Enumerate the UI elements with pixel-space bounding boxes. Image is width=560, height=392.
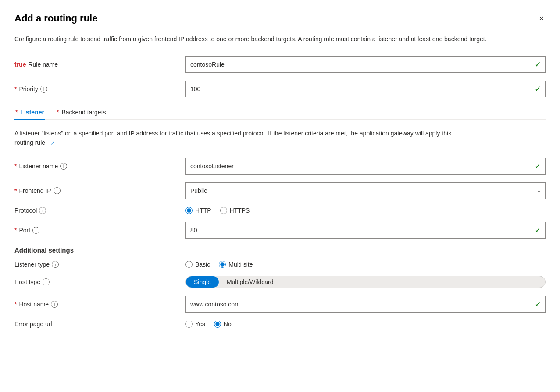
error-page-url-row: Error page url Yes No bbox=[14, 321, 546, 328]
backend-tab-required-star: * bbox=[57, 109, 59, 116]
frontend-ip-row: * Frontend IP i Public Private ⌄ bbox=[14, 182, 546, 199]
listener-type-multisite-radio[interactable] bbox=[219, 261, 226, 268]
protocol-http-radio[interactable] bbox=[185, 207, 193, 214]
host-name-label: * Host name i bbox=[14, 301, 185, 308]
dialog-header: Add a routing rule × bbox=[14, 13, 546, 24]
error-page-url-yes-option[interactable]: Yes bbox=[185, 321, 205, 328]
rule-name-row: true Rule name ✓ bbox=[14, 56, 546, 73]
host-type-single-button[interactable]: Single bbox=[186, 276, 219, 288]
error-page-url-radio-group: Yes No bbox=[185, 321, 546, 328]
listener-tab-required-star: * bbox=[15, 109, 18, 116]
priority-row: * Priority i ✓ bbox=[14, 81, 546, 97]
protocol-options-wrap: HTTP HTTPS bbox=[185, 207, 546, 214]
tab-backend-targets[interactable]: * Backend targets bbox=[56, 105, 107, 119]
error-page-url-no-label: No bbox=[224, 321, 232, 328]
listener-type-label: Listener type i bbox=[14, 261, 185, 268]
frontend-ip-required-star: * bbox=[14, 187, 17, 194]
host-type-toggle-wrap: Single Multiple/Wildcard bbox=[185, 276, 546, 288]
additional-settings-section: Additional settings Listener type i Basi… bbox=[14, 246, 546, 328]
rule-name-check-icon: ✓ bbox=[535, 60, 541, 69]
host-name-input-wrap: ✓ bbox=[185, 296, 546, 313]
tab-description-text: A listener "listens" on a specified port… bbox=[14, 130, 451, 146]
frontend-ip-label-text: Frontend IP bbox=[19, 187, 51, 194]
tab-description: A listener "listens" on a specified port… bbox=[14, 129, 453, 147]
listener-type-multisite-option[interactable]: Multi site bbox=[219, 261, 253, 268]
priority-input-wrap: ✓ bbox=[185, 81, 546, 97]
host-type-info-icon[interactable]: i bbox=[43, 278, 50, 285]
error-page-url-no-option[interactable]: No bbox=[214, 321, 232, 328]
host-type-label-text: Host type bbox=[14, 278, 40, 285]
port-required-star: * bbox=[14, 227, 17, 234]
port-label: * Port i bbox=[14, 227, 185, 234]
priority-info-icon[interactable]: i bbox=[40, 86, 47, 93]
host-type-toggle-group: Single Multiple/Wildcard bbox=[185, 276, 546, 288]
protocol-http-option[interactable]: HTTP bbox=[185, 207, 211, 214]
listener-type-multisite-label: Multi site bbox=[228, 261, 253, 268]
rule-name-input[interactable] bbox=[185, 56, 546, 73]
error-page-url-label: Error page url bbox=[14, 321, 185, 328]
priority-label: * Priority i bbox=[14, 86, 185, 93]
protocol-http-label: HTTP bbox=[195, 207, 211, 214]
rule-name-required-star: true bbox=[14, 61, 26, 68]
error-page-url-yes-label: Yes bbox=[195, 321, 205, 328]
priority-input[interactable] bbox=[185, 81, 546, 97]
frontend-ip-label: * Frontend IP i bbox=[14, 187, 185, 194]
protocol-radio-group: HTTP HTTPS bbox=[185, 207, 546, 214]
port-row: * Port i ✓ bbox=[14, 222, 546, 239]
priority-label-text: Priority bbox=[19, 86, 38, 93]
priority-check-icon: ✓ bbox=[535, 84, 541, 94]
host-name-label-text: Host name bbox=[19, 301, 49, 308]
port-check-icon: ✓ bbox=[535, 225, 541, 235]
port-label-text: Port bbox=[19, 227, 30, 234]
backend-tab-label: Backend targets bbox=[61, 109, 106, 116]
rule-name-text: Rule name bbox=[28, 61, 58, 68]
listener-name-input-wrap: ✓ bbox=[185, 158, 546, 175]
listener-name-label: * Listener name i bbox=[14, 163, 185, 170]
dialog-title: Add a routing rule bbox=[14, 13, 97, 24]
listener-name-check-icon: ✓ bbox=[535, 161, 541, 171]
listener-type-basic-option[interactable]: Basic bbox=[185, 261, 210, 268]
listener-name-input[interactable] bbox=[185, 158, 546, 175]
port-info-icon[interactable]: i bbox=[32, 227, 39, 234]
frontend-ip-select-wrap: Public Private ⌄ bbox=[185, 182, 546, 199]
additional-settings-title: Additional settings bbox=[14, 246, 546, 254]
port-input-wrap: ✓ bbox=[185, 222, 546, 239]
host-name-input[interactable] bbox=[185, 296, 546, 313]
host-name-required-star: * bbox=[14, 301, 17, 308]
external-link-icon[interactable]: ↗ bbox=[50, 139, 55, 147]
listener-name-info-icon[interactable]: i bbox=[60, 163, 67, 170]
protocol-https-radio[interactable] bbox=[220, 207, 227, 214]
tab-listener[interactable]: * Listener bbox=[14, 105, 45, 120]
dialog-description: Configure a routing rule to send traffic… bbox=[14, 35, 497, 44]
frontend-ip-select[interactable]: Public Private bbox=[185, 182, 546, 199]
protocol-label: Protocol i bbox=[14, 207, 185, 214]
host-name-info-icon[interactable]: i bbox=[51, 301, 58, 308]
error-page-url-label-text: Error page url bbox=[14, 321, 52, 328]
frontend-ip-dropdown: Public Private ⌄ bbox=[185, 182, 546, 199]
priority-required-star: * bbox=[14, 86, 17, 93]
listener-type-basic-label: Basic bbox=[195, 261, 210, 268]
add-routing-rule-dialog: Add a routing rule × Configure a routing… bbox=[0, 0, 560, 392]
protocol-info-icon[interactable]: i bbox=[39, 207, 46, 214]
protocol-https-option[interactable]: HTTPS bbox=[220, 207, 250, 214]
error-page-url-options-wrap: Yes No bbox=[185, 321, 546, 328]
listener-type-basic-radio[interactable] bbox=[185, 261, 193, 268]
error-page-url-yes-radio[interactable] bbox=[185, 321, 193, 328]
protocol-label-text: Protocol bbox=[14, 207, 37, 214]
host-type-label: Host type i bbox=[14, 278, 185, 285]
port-input[interactable] bbox=[185, 222, 546, 239]
rule-name-input-wrap: ✓ bbox=[185, 56, 546, 73]
host-type-row: Host type i Single Multiple/Wildcard bbox=[14, 276, 546, 288]
listener-type-radio-group: Basic Multi site bbox=[185, 261, 546, 268]
host-name-check-icon: ✓ bbox=[535, 299, 541, 309]
error-page-url-no-radio[interactable] bbox=[214, 321, 221, 328]
listener-type-options-wrap: Basic Multi site bbox=[185, 261, 546, 268]
listener-name-label-text: Listener name bbox=[19, 163, 58, 170]
listener-type-label-text: Listener type bbox=[14, 261, 50, 268]
listener-type-info-icon[interactable]: i bbox=[52, 261, 59, 268]
protocol-row: Protocol i HTTP HTTPS bbox=[14, 207, 546, 214]
host-type-multiple-wildcard-button[interactable]: Multiple/Wildcard bbox=[219, 276, 282, 288]
listener-tab-label: Listener bbox=[20, 109, 44, 116]
close-button[interactable]: × bbox=[537, 13, 546, 24]
frontend-ip-info-icon[interactable]: i bbox=[54, 187, 61, 194]
